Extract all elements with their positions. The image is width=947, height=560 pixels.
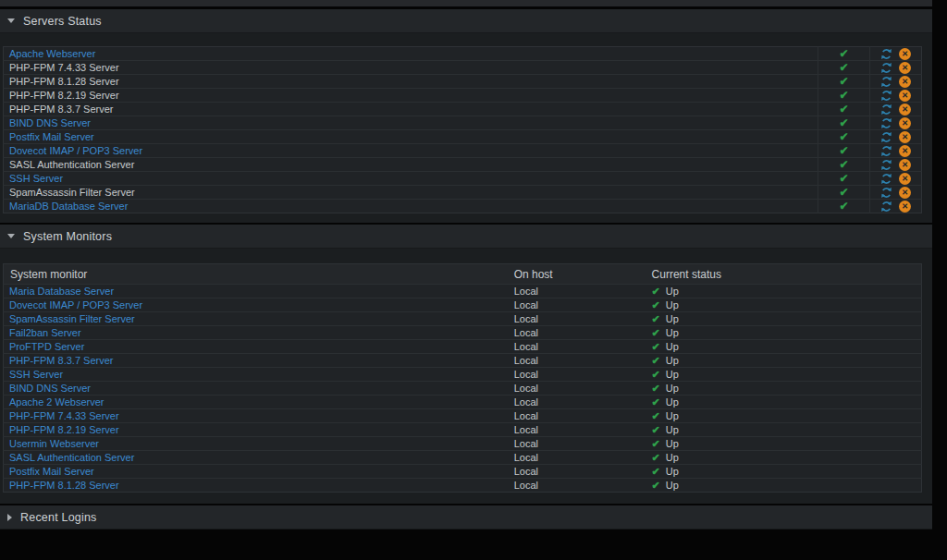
restart-server-icon[interactable] [880, 173, 892, 185]
server-running-cell: ✔ [818, 61, 870, 75]
server-link[interactable]: MariaDB Database Server [9, 201, 128, 212]
restart-server-icon[interactable] [880, 187, 892, 199]
stop-server-icon[interactable]: ✕ [899, 48, 911, 60]
panel-title: Servers Status [23, 15, 102, 28]
restart-server-icon[interactable] [880, 90, 892, 102]
restart-server-icon[interactable] [880, 201, 892, 213]
server-actions-cell: ✕ [870, 172, 922, 186]
server-link[interactable]: Postfix Mail Server [9, 131, 94, 142]
monitor-row: SSH ServerLocal✔Up [4, 368, 922, 382]
monitor-row: PHP-FPM 8.1.28 ServerLocal✔Up [4, 479, 922, 493]
monitor-name-cell: PHP-FPM 7.4.33 Server [4, 409, 509, 423]
column-header-current-status: Current status [646, 264, 922, 285]
server-link[interactable]: Dovecot IMAP / POP3 Server [9, 145, 142, 156]
monitor-status-cell: ✔Up [646, 354, 922, 368]
monitor-host-cell: Local [509, 354, 646, 368]
monitor-name-cell: PHP-FPM 8.2.19 Server [4, 423, 509, 437]
monitor-status-cell: ✔Up [646, 409, 922, 423]
monitor-name-cell: SpamAssassin Filter Server [4, 312, 509, 326]
system-monitors-panel: System Monitors System monitor On host C… [0, 225, 932, 505]
monitor-link[interactable]: Maria Database Server [9, 286, 114, 297]
status-running-check-icon: ✔ [839, 116, 848, 129]
server-status-row: BIND DNS Server✔✕ [4, 116, 922, 130]
monitor-status-cell: ✔Up [646, 382, 922, 396]
monitor-row: Postfix Mail ServerLocal✔Up [4, 465, 922, 479]
status-up-label: Up [666, 313, 679, 324]
monitor-link[interactable]: PHP-FPM 8.3.7 Server [9, 355, 113, 366]
stop-server-icon[interactable]: ✕ [899, 117, 911, 129]
monitor-link[interactable]: SSH Server [9, 369, 63, 380]
restart-server-icon[interactable] [880, 159, 892, 171]
servers-status-panel-header[interactable]: Servers Status [0, 9, 932, 33]
monitor-host-cell: Local [509, 437, 646, 451]
status-up-label: Up [666, 452, 679, 463]
status-running-check-icon: ✔ [839, 130, 848, 143]
restart-server-icon[interactable] [880, 131, 892, 143]
monitor-link[interactable]: PHP-FPM 8.2.19 Server [9, 424, 119, 435]
monitor-link[interactable]: PHP-FPM 8.1.28 Server [9, 480, 119, 491]
monitor-link[interactable]: BIND DNS Server [9, 383, 91, 394]
monitors-header-row: System monitor On host Current status [4, 264, 922, 285]
restart-server-icon[interactable] [880, 76, 892, 88]
status-running-check-icon: ✔ [839, 61, 848, 74]
monitor-status-cell: ✔Up [646, 451, 922, 465]
monitor-name-cell: Usermin Webserver [4, 437, 509, 451]
server-status-row: SASL Authentication Server✔✕ [4, 158, 922, 172]
stop-server-icon[interactable]: ✕ [899, 201, 911, 213]
monitor-host-cell: Local [509, 409, 646, 423]
server-label: PHP-FPM 8.1.28 Server [9, 76, 119, 87]
status-up-check-icon: ✔ [652, 410, 660, 421]
servers-status-panel: Servers Status Apache Webserver✔✕PHP-FPM… [0, 9, 932, 225]
server-link[interactable]: Apache Webserver [9, 48, 95, 59]
monitor-link[interactable]: Postfix Mail Server [9, 466, 94, 477]
monitor-row: ProFTPD ServerLocal✔Up [4, 340, 922, 354]
monitor-link[interactable]: ProFTPD Server [9, 341, 84, 352]
monitor-host-cell: Local [509, 285, 646, 298]
stop-server-icon[interactable]: ✕ [899, 62, 911, 74]
monitor-status-cell: ✔Up [646, 298, 922, 312]
restart-server-icon[interactable] [880, 103, 892, 116]
server-label: PHP-FPM 8.2.19 Server [9, 90, 119, 101]
monitor-link[interactable]: Dovecot IMAP / POP3 Server [9, 299, 142, 310]
restart-server-icon[interactable] [880, 48, 892, 60]
stop-server-icon[interactable]: ✕ [899, 187, 911, 199]
stop-server-icon[interactable]: ✕ [899, 103, 911, 116]
stop-server-icon[interactable]: ✕ [899, 76, 911, 88]
monitor-link[interactable]: SpamAssassin Filter Server [9, 313, 135, 324]
monitor-row: Usermin WebserverLocal✔Up [4, 437, 922, 451]
stop-server-icon[interactable]: ✕ [899, 131, 911, 143]
restart-server-icon[interactable] [880, 62, 892, 74]
stop-server-icon[interactable]: ✕ [899, 173, 911, 185]
stop-server-icon[interactable]: ✕ [899, 145, 911, 157]
status-up-check-icon: ✔ [652, 438, 660, 449]
monitor-link[interactable]: Usermin Webserver [9, 438, 99, 449]
server-name-cell: PHP-FPM 8.2.19 Server [4, 89, 818, 103]
status-up-label: Up [666, 369, 679, 380]
monitor-row: PHP-FPM 8.3.7 ServerLocal✔Up [4, 354, 922, 368]
monitor-host-cell: Local [509, 451, 646, 465]
server-name-cell: SpamAssassin Filter Server [4, 186, 818, 200]
status-up-label: Up [666, 424, 679, 435]
stop-server-icon[interactable]: ✕ [899, 159, 911, 171]
system-monitors-table-body: Maria Database ServerLocal✔UpDovecot IMA… [4, 285, 922, 493]
server-actions-cell: ✕ [870, 103, 922, 116]
restart-server-icon[interactable] [880, 117, 892, 129]
recent-logins-panel-header[interactable]: Recent Logins [0, 505, 932, 530]
server-link[interactable]: SSH Server [9, 173, 63, 184]
monitor-host-cell: Local [509, 368, 646, 382]
server-label: SASL Authentication Server [9, 159, 134, 170]
server-link[interactable]: BIND DNS Server [9, 117, 91, 128]
monitor-link[interactable]: Fail2ban Server [9, 327, 81, 338]
caret-down-icon [7, 18, 15, 23]
system-monitors-panel-body: System monitor On host Current status Ma… [0, 249, 932, 504]
monitor-link[interactable]: PHP-FPM 7.4.33 Server [9, 410, 119, 421]
system-monitors-panel-header[interactable]: System Monitors [0, 225, 932, 249]
stop-server-icon[interactable]: ✕ [899, 90, 911, 102]
monitor-link[interactable]: Apache 2 Webserver [9, 396, 105, 408]
monitor-host-cell: Local [509, 382, 646, 396]
restart-server-icon[interactable] [880, 145, 892, 157]
server-actions-cell: ✕ [870, 186, 922, 200]
monitor-link[interactable]: SASL Authentication Server [9, 452, 134, 463]
status-up-label: Up [666, 299, 679, 310]
server-name-cell: PHP-FPM 8.1.28 Server [4, 75, 818, 89]
